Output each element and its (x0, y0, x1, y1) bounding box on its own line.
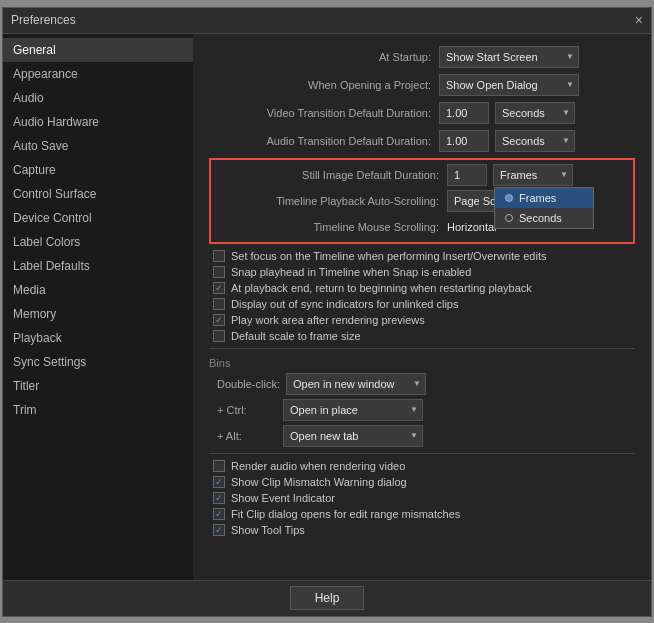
at-startup-arrow: ▼ (566, 52, 574, 61)
sidebar-item-auto-save[interactable]: Auto Save (3, 134, 193, 158)
alt-dropdown[interactable]: Open new tab ▼ (283, 425, 423, 447)
popup-seconds[interactable]: Seconds (495, 208, 593, 228)
bottom-checkbox-row-4: ✓ Fit Clip dialog opens for edit range m… (209, 508, 635, 520)
audio-unit-arrow: ▼ (562, 136, 570, 145)
audio-transition-input[interactable] (439, 130, 489, 152)
video-unit-arrow: ▼ (562, 108, 570, 117)
bins-section: Double-click: Open in new window ▼ + Ctr… (217, 373, 635, 447)
sidebar-item-device-control[interactable]: Device Control (3, 206, 193, 230)
bottom-checkbox-label-2: Show Clip Mismatch Warning dialog (231, 476, 407, 488)
close-button[interactable]: × (635, 13, 643, 27)
video-transition-unit-dropdown[interactable]: Seconds ▼ (495, 102, 575, 124)
sidebar-item-media[interactable]: Media (3, 278, 193, 302)
checkbox-label-5: Play work area after rendering previews (231, 314, 425, 326)
sidebar-item-general[interactable]: General (3, 38, 193, 62)
bins-section-label: Bins (209, 357, 635, 369)
preferences-window: Preferences × GeneralAppearanceAudioAudi… (2, 7, 652, 617)
bottom-checkbox-row-5: ✓ Show Tool Tips (209, 524, 635, 536)
sidebar-item-memory[interactable]: Memory (3, 302, 193, 326)
bottom-checkbox-label-3: Show Event Indicator (231, 492, 335, 504)
checkbox-row-5: ✓ Play work area after rendering preview… (209, 314, 635, 326)
seconds-radio (505, 214, 513, 222)
alt-arrow: ▼ (410, 431, 418, 440)
sidebar-item-audio-hardware[interactable]: Audio Hardware (3, 110, 193, 134)
double-click-label: Double-click: (217, 378, 280, 390)
at-startup-label: At Startup: (209, 51, 439, 63)
checkbox-4[interactable] (213, 298, 225, 310)
sidebar-item-label-defaults[interactable]: Label Defaults (3, 254, 193, 278)
when-opening-arrow: ▼ (566, 80, 574, 89)
bottom-checkbox-row-2: ✓ Show Clip Mismatch Warning dialog (209, 476, 635, 488)
sidebar-item-label-colors[interactable]: Label Colors (3, 230, 193, 254)
popup-frames[interactable]: Frames (495, 188, 593, 208)
audio-transition-label: Audio Transition Default Duration: (209, 135, 439, 147)
content-area: GeneralAppearanceAudioAudio HardwareAuto… (3, 34, 651, 580)
audio-transition-row: Audio Transition Default Duration: Secon… (209, 130, 635, 152)
video-transition-unit: Seconds (502, 107, 545, 119)
checkbox-row-2: Snap playhead in Timeline when Snap is e… (209, 266, 635, 278)
sidebar-item-titler[interactable]: Titler (3, 374, 193, 398)
sidebar: GeneralAppearanceAudioAudio HardwareAuto… (3, 34, 193, 580)
when-opening-label: When Opening a Project: (209, 79, 439, 91)
still-image-input[interactable] (447, 164, 487, 186)
checkbox-5[interactable]: ✓ (213, 314, 225, 326)
sidebar-item-sync-settings[interactable]: Sync Settings (3, 350, 193, 374)
still-image-unit: Frames (500, 169, 537, 181)
video-transition-row: Video Transition Default Duration: Secon… (209, 102, 635, 124)
sidebar-item-playback[interactable]: Playback (3, 326, 193, 350)
timeline-mouse-value: Horizontal (447, 221, 497, 233)
double-click-value: Open in new window (293, 378, 395, 390)
ctrl-dropdown[interactable]: Open in place ▼ (283, 399, 423, 421)
alt-label: + Alt: (217, 430, 277, 442)
checkbox-label-1: Set focus on the Timeline when performin… (231, 250, 546, 262)
bottom-checkbox-row-3: ✓ Show Event Indicator (209, 492, 635, 504)
ctrl-row: + Ctrl: Open in place ▼ (217, 399, 635, 421)
still-image-label: Still Image Default Duration: (217, 169, 447, 181)
bottom-checkbox-label-4: Fit Clip dialog opens for edit range mis… (231, 508, 460, 520)
bottom-checkbox-5[interactable]: ✓ (213, 524, 225, 536)
at-startup-value: Show Start Screen (446, 51, 538, 63)
double-click-dropdown[interactable]: Open in new window ▼ (286, 373, 426, 395)
bottom-checkbox-label-1: Render audio when rendering video (231, 460, 405, 472)
bottom-checkbox-1[interactable] (213, 460, 225, 472)
bottom-checkbox-row-1: Render audio when rendering video (209, 460, 635, 472)
checkbox-3[interactable]: ✓ (213, 282, 225, 294)
sidebar-item-trim[interactable]: Trim (3, 398, 193, 422)
bottom-checkbox-3[interactable]: ✓ (213, 492, 225, 504)
checkboxes-section: Set focus on the Timeline when performin… (209, 250, 635, 342)
at-startup-row: At Startup: Show Start Screen ▼ (209, 46, 635, 68)
bottom-checkbox-4[interactable]: ✓ (213, 508, 225, 520)
bottom-checkbox-2[interactable]: ✓ (213, 476, 225, 488)
checkbox-row-3: ✓ At playback end, return to beginning w… (209, 282, 635, 294)
sidebar-item-control-surface[interactable]: Control Surface (3, 182, 193, 206)
window-title: Preferences (11, 13, 76, 27)
checkbox-1[interactable] (213, 250, 225, 262)
audio-transition-unit-dropdown[interactable]: Seconds ▼ (495, 130, 575, 152)
checkbox-row-1: Set focus on the Timeline when performin… (209, 250, 635, 262)
bottom-checkbox-label-5: Show Tool Tips (231, 524, 305, 536)
checkbox-label-4: Display out of sync indicators for unlin… (231, 298, 458, 310)
sidebar-item-capture[interactable]: Capture (3, 158, 193, 182)
checkbox-2[interactable] (213, 266, 225, 278)
still-unit-arrow: ▼ (560, 170, 568, 179)
still-image-unit-dropdown[interactable]: Frames ▼ Frames Seconds (493, 164, 573, 186)
when-opening-dropdown[interactable]: Show Open Dialog ▼ (439, 74, 579, 96)
checkbox-row-4: Display out of sync indicators for unlin… (209, 298, 635, 310)
sidebar-item-appearance[interactable]: Appearance (3, 62, 193, 86)
timeline-playback-label: Timeline Playback Auto-Scrolling: (217, 195, 447, 207)
at-startup-dropdown[interactable]: Show Start Screen ▼ (439, 46, 579, 68)
audio-transition-unit: Seconds (502, 135, 545, 147)
divider-1 (209, 348, 635, 349)
still-image-section: Still Image Default Duration: Frames ▼ F… (209, 158, 635, 244)
divider-2 (209, 453, 635, 454)
sidebar-item-audio[interactable]: Audio (3, 86, 193, 110)
frames-radio (505, 194, 513, 202)
help-button[interactable]: Help (290, 586, 365, 610)
when-opening-value: Show Open Dialog (446, 79, 538, 91)
video-transition-input[interactable] (439, 102, 489, 124)
footer: Help (3, 580, 651, 616)
double-click-arrow: ▼ (413, 379, 421, 388)
titlebar: Preferences × (3, 8, 651, 34)
checkbox-6[interactable] (213, 330, 225, 342)
frames-label: Frames (519, 192, 556, 204)
